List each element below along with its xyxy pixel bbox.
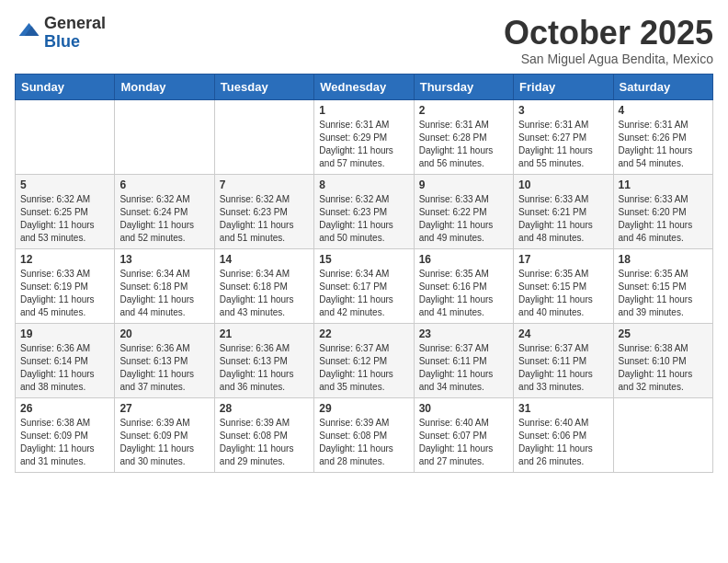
title-block: October 2025 San Miguel Agua Bendita, Me… bbox=[504, 15, 713, 66]
day-info: Sunrise: 6:33 AMSunset: 6:21 PMDaylight:… bbox=[518, 193, 608, 245]
day-number: 31 bbox=[518, 402, 608, 415]
calendar-cell: 15Sunrise: 6:34 AMSunset: 6:17 PMDayligh… bbox=[314, 248, 414, 323]
day-number: 8 bbox=[319, 178, 408, 191]
day-info: Sunrise: 6:31 AMSunset: 6:26 PMDaylight:… bbox=[619, 119, 708, 170]
day-number: 27 bbox=[119, 402, 209, 415]
logo-blue-text: Blue bbox=[44, 33, 106, 52]
day-number: 26 bbox=[20, 402, 109, 415]
calendar-cell: 28Sunrise: 6:39 AMSunset: 6:08 PMDayligh… bbox=[214, 397, 313, 472]
day-number: 25 bbox=[619, 327, 708, 340]
calendar-cell: 27Sunrise: 6:39 AMSunset: 6:09 PMDayligh… bbox=[115, 397, 214, 472]
calendar-cell: 18Sunrise: 6:35 AMSunset: 6:15 PMDayligh… bbox=[613, 248, 712, 323]
day-of-week-header: Thursday bbox=[414, 74, 513, 99]
day-info: Sunrise: 6:33 AMSunset: 6:22 PMDaylight:… bbox=[419, 193, 508, 245]
day-info: Sunrise: 6:32 AMSunset: 6:23 PMDaylight:… bbox=[319, 193, 408, 245]
calendar-cell: 7Sunrise: 6:32 AMSunset: 6:23 PMDaylight… bbox=[214, 174, 313, 248]
day-number: 13 bbox=[119, 253, 209, 266]
calendar-week-row: 12Sunrise: 6:33 AMSunset: 6:19 PMDayligh… bbox=[16, 248, 713, 323]
calendar-cell: 21Sunrise: 6:36 AMSunset: 6:13 PMDayligh… bbox=[214, 323, 313, 397]
day-info: Sunrise: 6:32 AMSunset: 6:25 PMDaylight:… bbox=[20, 193, 109, 245]
logo-icon bbox=[15, 20, 40, 46]
day-of-week-header: Saturday bbox=[613, 74, 712, 99]
calendar-cell: 2Sunrise: 6:31 AMSunset: 6:28 PMDaylight… bbox=[414, 99, 513, 174]
day-info: Sunrise: 6:32 AMSunset: 6:24 PMDaylight:… bbox=[119, 193, 209, 245]
calendar-cell: 30Sunrise: 6:40 AMSunset: 6:07 PMDayligh… bbox=[414, 397, 513, 472]
day-of-week-header: Monday bbox=[115, 74, 214, 99]
day-info: Sunrise: 6:36 AMSunset: 6:14 PMDaylight:… bbox=[20, 342, 109, 394]
calendar-cell: 1Sunrise: 6:31 AMSunset: 6:29 PMDaylight… bbox=[314, 99, 414, 174]
day-info: Sunrise: 6:36 AMSunset: 6:13 PMDaylight:… bbox=[220, 342, 309, 394]
day-of-week-header: Tuesday bbox=[214, 74, 313, 99]
day-info: Sunrise: 6:38 AMSunset: 6:10 PMDaylight:… bbox=[619, 342, 708, 394]
calendar-cell: 25Sunrise: 6:38 AMSunset: 6:10 PMDayligh… bbox=[613, 323, 712, 397]
day-number: 6 bbox=[119, 178, 209, 191]
calendar-cell: 23Sunrise: 6:37 AMSunset: 6:11 PMDayligh… bbox=[414, 323, 513, 397]
day-number: 30 bbox=[419, 402, 508, 415]
calendar-cell: 12Sunrise: 6:33 AMSunset: 6:19 PMDayligh… bbox=[16, 248, 115, 323]
day-number: 23 bbox=[419, 327, 508, 340]
calendar-cell bbox=[214, 99, 313, 174]
calendar-cell: 26Sunrise: 6:38 AMSunset: 6:09 PMDayligh… bbox=[16, 397, 115, 472]
day-number: 20 bbox=[119, 327, 209, 340]
day-number: 9 bbox=[419, 178, 508, 191]
calendar-cell bbox=[16, 99, 115, 174]
calendar-header-row: SundayMondayTuesdayWednesdayThursdayFrid… bbox=[16, 74, 713, 99]
calendar-cell: 14Sunrise: 6:34 AMSunset: 6:18 PMDayligh… bbox=[214, 248, 313, 323]
day-info: Sunrise: 6:33 AMSunset: 6:19 PMDaylight:… bbox=[20, 268, 109, 319]
day-info: Sunrise: 6:37 AMSunset: 6:12 PMDaylight:… bbox=[319, 342, 408, 394]
calendar-cell: 8Sunrise: 6:32 AMSunset: 6:23 PMDaylight… bbox=[314, 174, 414, 248]
day-number: 17 bbox=[518, 253, 608, 266]
day-number: 29 bbox=[319, 402, 408, 415]
calendar-cell: 9Sunrise: 6:33 AMSunset: 6:22 PMDaylight… bbox=[414, 174, 513, 248]
day-info: Sunrise: 6:31 AMSunset: 6:29 PMDaylight:… bbox=[319, 119, 408, 170]
calendar-cell bbox=[613, 397, 712, 472]
calendar-week-row: 5Sunrise: 6:32 AMSunset: 6:25 PMDaylight… bbox=[16, 174, 713, 248]
day-of-week-header: Sunday bbox=[16, 74, 115, 99]
calendar-cell: 11Sunrise: 6:33 AMSunset: 6:20 PMDayligh… bbox=[613, 174, 712, 248]
day-number: 22 bbox=[319, 327, 408, 340]
day-info: Sunrise: 6:40 AMSunset: 6:07 PMDaylight:… bbox=[419, 417, 508, 468]
day-info: Sunrise: 6:36 AMSunset: 6:13 PMDaylight:… bbox=[119, 342, 209, 394]
calendar-cell: 22Sunrise: 6:37 AMSunset: 6:12 PMDayligh… bbox=[314, 323, 414, 397]
calendar-cell: 24Sunrise: 6:37 AMSunset: 6:11 PMDayligh… bbox=[514, 323, 613, 397]
calendar-cell: 6Sunrise: 6:32 AMSunset: 6:24 PMDaylight… bbox=[115, 174, 214, 248]
logo-text: General Blue bbox=[44, 15, 106, 52]
logo-general-text: General bbox=[44, 15, 106, 33]
day-info: Sunrise: 6:32 AMSunset: 6:23 PMDaylight:… bbox=[220, 193, 309, 245]
calendar-cell: 31Sunrise: 6:40 AMSunset: 6:06 PMDayligh… bbox=[514, 397, 613, 472]
day-of-week-header: Friday bbox=[514, 74, 613, 99]
day-number: 1 bbox=[319, 104, 408, 117]
logo: General Blue bbox=[15, 15, 106, 52]
calendar-table: SundayMondayTuesdayWednesdayThursdayFrid… bbox=[15, 74, 713, 473]
day-number: 3 bbox=[518, 104, 608, 117]
page-header: General Blue October 2025 San Miguel Agu… bbox=[15, 15, 713, 66]
day-number: 5 bbox=[20, 178, 109, 191]
calendar-cell: 13Sunrise: 6:34 AMSunset: 6:18 PMDayligh… bbox=[115, 248, 214, 323]
calendar-week-row: 1Sunrise: 6:31 AMSunset: 6:29 PMDaylight… bbox=[16, 99, 713, 174]
day-number: 14 bbox=[220, 253, 309, 266]
day-info: Sunrise: 6:35 AMSunset: 6:16 PMDaylight:… bbox=[419, 268, 508, 319]
location-title: San Miguel Agua Bendita, Mexico bbox=[504, 52, 713, 66]
day-info: Sunrise: 6:37 AMSunset: 6:11 PMDaylight:… bbox=[419, 342, 508, 394]
day-info: Sunrise: 6:39 AMSunset: 6:08 PMDaylight:… bbox=[319, 417, 408, 468]
calendar-cell: 3Sunrise: 6:31 AMSunset: 6:27 PMDaylight… bbox=[514, 99, 613, 174]
month-title: October 2025 bbox=[504, 15, 713, 52]
day-info: Sunrise: 6:39 AMSunset: 6:08 PMDaylight:… bbox=[220, 417, 309, 468]
calendar-cell: 20Sunrise: 6:36 AMSunset: 6:13 PMDayligh… bbox=[115, 323, 214, 397]
calendar-cell bbox=[115, 99, 214, 174]
calendar-week-row: 19Sunrise: 6:36 AMSunset: 6:14 PMDayligh… bbox=[16, 323, 713, 397]
day-info: Sunrise: 6:35 AMSunset: 6:15 PMDaylight:… bbox=[619, 268, 708, 319]
day-info: Sunrise: 6:33 AMSunset: 6:20 PMDaylight:… bbox=[619, 193, 708, 245]
day-of-week-header: Wednesday bbox=[314, 74, 414, 99]
calendar-cell: 29Sunrise: 6:39 AMSunset: 6:08 PMDayligh… bbox=[314, 397, 414, 472]
day-number: 19 bbox=[20, 327, 109, 340]
day-number: 16 bbox=[419, 253, 508, 266]
day-info: Sunrise: 6:38 AMSunset: 6:09 PMDaylight:… bbox=[20, 417, 109, 468]
day-number: 11 bbox=[619, 178, 708, 191]
calendar-cell: 5Sunrise: 6:32 AMSunset: 6:25 PMDaylight… bbox=[16, 174, 115, 248]
day-info: Sunrise: 6:31 AMSunset: 6:27 PMDaylight:… bbox=[518, 119, 608, 170]
day-number: 21 bbox=[220, 327, 309, 340]
day-number: 18 bbox=[619, 253, 708, 266]
day-number: 24 bbox=[518, 327, 608, 340]
calendar-cell: 19Sunrise: 6:36 AMSunset: 6:14 PMDayligh… bbox=[16, 323, 115, 397]
